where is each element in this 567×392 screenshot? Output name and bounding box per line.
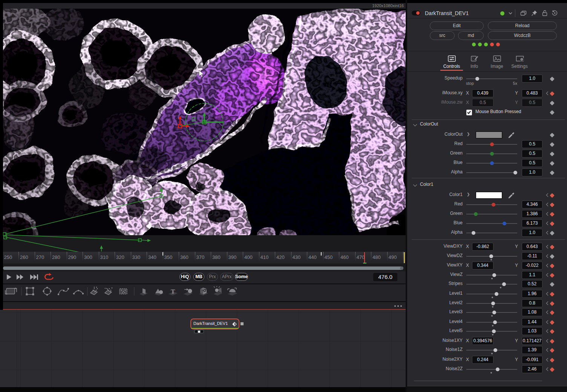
svg-text:T: T [171, 288, 175, 295]
